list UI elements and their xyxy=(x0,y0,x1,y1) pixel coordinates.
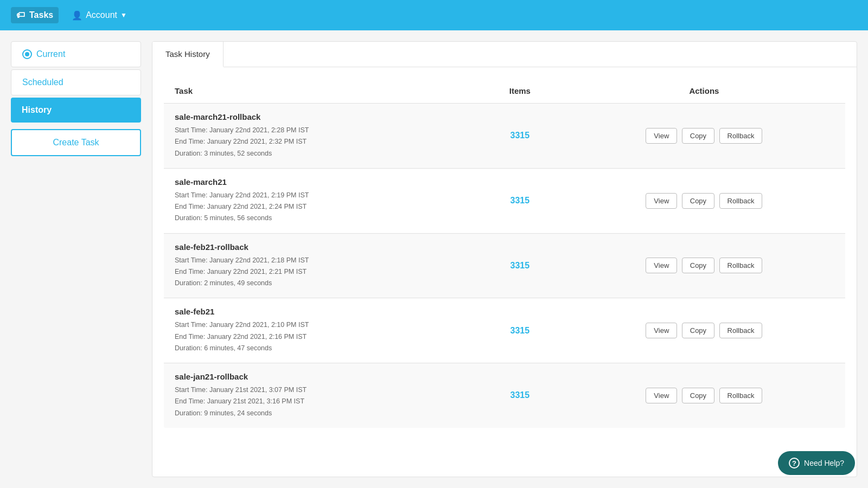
actions-cell: View Copy Rollback xyxy=(563,168,846,233)
tab-bar: Task History xyxy=(152,42,857,67)
view-button[interactable]: View xyxy=(646,128,677,144)
items-cell: 3315 xyxy=(477,104,563,169)
task-meta: Start Time: January 22nd 2021, 2:28 PM I… xyxy=(175,125,466,159)
table-row: sale-feb21 Start Time: January 22nd 2021… xyxy=(164,298,846,363)
create-task-label: Create Task xyxy=(53,138,99,147)
person-icon: 👤 xyxy=(72,10,82,21)
task-name: sale-march21 xyxy=(175,177,466,187)
sidebar: Current Scheduled History Create Task xyxy=(11,41,141,477)
chevron-down-icon: ▼ xyxy=(120,11,127,19)
sidebar-item-history[interactable]: History xyxy=(11,98,141,123)
sidebar-item-create-task[interactable]: Create Task xyxy=(11,129,141,156)
rollback-button[interactable]: Rollback xyxy=(719,193,763,209)
task-name: sale-march21-rollback xyxy=(175,112,466,121)
task-meta: Start Time: January 22nd 2021, 2:18 PM I… xyxy=(175,255,466,290)
task-name: sale-feb21 xyxy=(175,307,466,316)
top-navigation: 🏷 Tasks 👤 Account ▼ xyxy=(0,0,868,30)
task-name: sale-feb21-rollback xyxy=(175,242,466,252)
account-nav-label: Account xyxy=(86,10,117,20)
view-button[interactable]: View xyxy=(646,388,677,403)
copy-button[interactable]: Copy xyxy=(682,323,714,338)
actions-cell: View Copy Rollback xyxy=(563,363,846,428)
rollback-button[interactable]: Rollback xyxy=(719,128,763,144)
copy-button[interactable]: Copy xyxy=(682,388,714,403)
task-meta: Start Time: January 22nd 2021, 2:19 PM I… xyxy=(175,190,466,224)
items-cell: 3315 xyxy=(477,168,563,233)
items-count: 3315 xyxy=(488,326,552,336)
col-header-task: Task xyxy=(164,79,477,104)
items-count: 3315 xyxy=(488,131,552,140)
rollback-button[interactable]: Rollback xyxy=(719,388,763,403)
task-name: sale-jan21-rollback xyxy=(175,372,466,381)
items-count: 3315 xyxy=(488,196,552,206)
task-meta: Start Time: January 22nd 2021, 2:10 PM I… xyxy=(175,319,466,354)
tab-task-history-label: Task History xyxy=(165,49,210,59)
content-area: Task History Task Items Actions sale-mar… xyxy=(152,41,857,477)
items-count: 3315 xyxy=(488,390,552,400)
copy-button[interactable]: Copy xyxy=(682,258,714,273)
task-cell: sale-march21-rollback Start Time: Januar… xyxy=(164,104,477,169)
help-icon: ? xyxy=(789,458,800,468)
col-header-actions: Actions xyxy=(563,79,846,104)
actions-cell: View Copy Rollback xyxy=(563,298,846,363)
table-row: sale-feb21-rollback Start Time: January … xyxy=(164,233,846,298)
items-cell: 3315 xyxy=(477,363,563,428)
task-cell: sale-march21 Start Time: January 22nd 20… xyxy=(164,168,477,233)
rollback-button[interactable]: Rollback xyxy=(719,258,763,273)
sidebar-history-label: History xyxy=(22,105,52,115)
actions-cell: View Copy Rollback xyxy=(563,233,846,298)
need-help-button[interactable]: ? Need Help? xyxy=(778,451,855,475)
main-layout: Current Scheduled History Create Task Ta… xyxy=(0,30,868,488)
copy-button[interactable]: Copy xyxy=(682,193,714,209)
sidebar-scheduled-label: Scheduled xyxy=(22,78,63,87)
task-meta: Start Time: January 21st 2021, 3:07 PM I… xyxy=(175,384,466,419)
table-row: sale-march21-rollback Start Time: Januar… xyxy=(164,104,846,169)
sidebar-item-scheduled[interactable]: Scheduled xyxy=(11,69,141,95)
view-button[interactable]: View xyxy=(646,258,677,273)
tab-task-history[interactable]: Task History xyxy=(152,42,224,67)
rollback-button[interactable]: Rollback xyxy=(719,323,763,338)
actions-cell: View Copy Rollback xyxy=(563,104,846,169)
need-help-label: Need Help? xyxy=(804,459,844,467)
col-header-items: Items xyxy=(477,79,563,104)
table-row: sale-march21 Start Time: January 22nd 20… xyxy=(164,168,846,233)
tasks-nav-item[interactable]: 🏷 Tasks xyxy=(11,7,59,23)
items-cell: 3315 xyxy=(477,298,563,363)
table-wrapper: Task Items Actions sale-march21-rollback… xyxy=(152,67,857,439)
task-cell: sale-feb21-rollback Start Time: January … xyxy=(164,233,477,298)
items-count: 3315 xyxy=(488,261,552,271)
sidebar-item-current[interactable]: Current xyxy=(11,41,141,67)
items-cell: 3315 xyxy=(477,233,563,298)
table-row: sale-jan21-rollback Start Time: January … xyxy=(164,363,846,428)
tag-icon: 🏷 xyxy=(16,10,25,20)
copy-button[interactable]: Copy xyxy=(682,128,714,144)
task-history-table: Task Items Actions sale-march21-rollback… xyxy=(163,78,846,428)
tasks-nav-label: Tasks xyxy=(29,10,53,20)
account-nav-item[interactable]: 👤 Account ▼ xyxy=(72,10,127,21)
current-status-icon xyxy=(22,49,32,59)
view-button[interactable]: View xyxy=(646,193,677,209)
sidebar-current-label: Current xyxy=(36,49,65,59)
task-cell: sale-feb21 Start Time: January 22nd 2021… xyxy=(164,298,477,363)
view-button[interactable]: View xyxy=(646,323,677,338)
task-cell: sale-jan21-rollback Start Time: January … xyxy=(164,363,477,428)
